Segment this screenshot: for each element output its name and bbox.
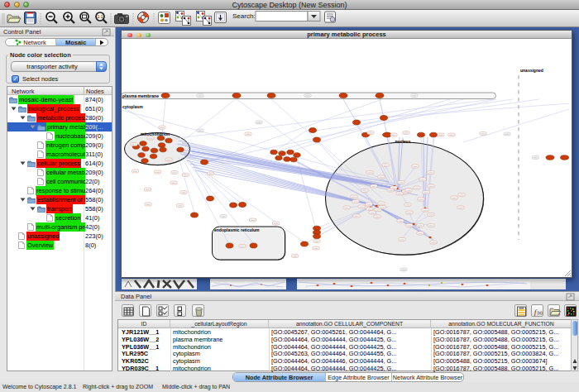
svg-text:cytoplasm: cytoplasm: [122, 104, 143, 109]
svg-text:(x): (x): [537, 309, 543, 314]
svg-text:1:1: 1:1: [98, 14, 103, 19]
svg-text:Search:: Search:: [232, 12, 256, 20]
svg-text:nucleus: nucleus: [395, 139, 411, 144]
svg-text:endoplasmic reticulum: endoplasmic reticulum: [214, 227, 260, 232]
svg-text:unassigned: unassigned: [520, 68, 543, 73]
svg-text:plasma membrane: plasma membrane: [122, 93, 159, 98]
svg-text:mitochondrion: mitochondrion: [141, 131, 170, 136]
